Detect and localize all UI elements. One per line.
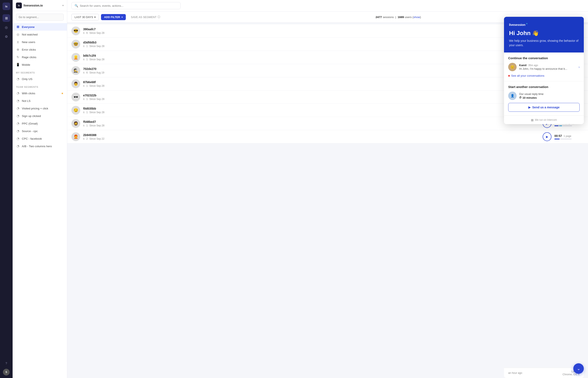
copy-icon: ⎘ [83,137,85,140]
play-button[interactable]: ▶ [543,132,551,141]
session-id: b0b7c2f4 [83,54,540,57]
sidebar-item-not-watched[interactable]: ◎ Not watched [13,31,67,38]
session-info: f0d035bb ⎘ 1 Since Sep 28 [83,107,540,114]
brand-chevron-icon[interactable]: ▾ [62,4,64,7]
sidebar-item-mobile[interactable]: 📱 Mobile [13,61,67,68]
conv-avatar: 😊 [508,63,517,71]
show-link[interactable]: show [414,15,420,19]
copies-count: 1 [86,124,88,127]
segment-search-input[interactable] [16,14,64,21]
not-ls-icon: ◔ [16,99,20,103]
cpc-facebook-icon: ◔ [16,137,20,140]
session-info: b0b7c2f4 ⎘ 1 Since Sep 28 [83,54,540,61]
session-avatar: 🕶️ [71,93,80,101]
sidebar-item-rage-clicks[interactable]: ↻ Rage clicks [13,53,67,61]
session-meta: ⎘ 6 Since Sep 28 [83,31,540,34]
since-date: Since Sep 28 [90,84,104,87]
sidebar-item-sign-up-clicked[interactable]: ◔ Sign up clicked [13,112,67,120]
session-avatar: 🕵️ [71,66,80,75]
since-date: Since Sep 22 [90,137,104,140]
ab-icon: ◔ [16,144,20,148]
only-us-icon: ◔ [16,77,20,81]
error-clicks-icon: ⊗ [16,48,20,52]
clock-icon: ⏱ [519,96,522,99]
star-icon: ★ [61,92,64,95]
send-message-button[interactable]: ▶ Send us a message [508,103,580,112]
help-icon[interactable]: ? [2,360,10,367]
session-meta: ⎘ 1 Since Sep 28 [83,111,540,114]
sidebar-item-everyone[interactable]: ⊞ Everyone [13,23,67,31]
search-icon: 🔍 [75,4,78,7]
since-date: Since Sep 28 [90,58,104,61]
save-segment-button[interactable]: SAVE AS SEGMENT ⓘ [128,14,163,20]
topbar: 🔍 [67,0,588,12]
sidebar-item-visited-pricing[interactable]: ◔ Visited pricing + click [13,105,67,112]
session-row[interactable]: 🧑‍🦰 2b949388 ⎘ 2 Since Sep 22 ▶ 00:57 1 … [67,130,588,143]
sidebar: ls livesession.io ▾ ⊞ Everyone ◎ Not wat… [13,0,67,378]
team-segments-label: TEAM SEGMENTS [13,83,67,89]
session-id: 390aafc7 [83,27,540,31]
sign-up-icon: ◔ [16,114,20,118]
notification-bar: an hour ago Lahore Chrome, OS X [504,368,584,378]
date-range-button[interactable]: LAST 30 DAYS ▾ [71,14,99,20]
plus-icon: + [121,15,123,19]
reply-info: 👤 Our usual reply time ⏱ 10 minutes [508,92,580,100]
ppc-gmail-icon: ◔ [16,122,20,125]
continue-title: Continue the conversation [508,56,580,60]
progress-bar [554,125,584,126]
copies-count: 1 [86,45,88,48]
session-avatar: 😎 [71,27,80,35]
reply-time: ⏱ 10 minutes [519,96,544,99]
see-conversations-link[interactable]: See all your conversations [508,74,580,77]
since-date: Since Sep 28 [90,124,104,127]
sidebar-item-ab-two-columns[interactable]: ◔ A/B - Two columns hero [13,142,67,150]
notification-time: an hour ago [508,371,522,374]
app-logo[interactable]: ls [2,2,10,10]
intercom-label: We run on Intercom [535,119,557,122]
copies-count: 1 [86,84,88,87]
start-conversation-section: Start another conversation 👤 Our usual r… [504,81,584,116]
chat-footer: ▦ We run on Intercom [504,116,584,124]
sidebar-item-with-clicks[interactable]: ◔ With clicks ★ [13,89,67,97]
sidebar-item-ppc-gmail[interactable]: ◔ PPC (Gmail) [13,120,67,127]
nav-playback-icon[interactable]: ◎ [2,24,10,31]
conversation-item[interactable]: 😊 Kamil 35m ago Hi John, I'm happy to an… [508,63,580,71]
sidebar-item-error-clicks[interactable]: ⊗ Error clicks [13,46,67,53]
add-filter-button[interactable]: ADD FILTER + [101,14,126,20]
session-avatar: 👨 [71,79,80,88]
continue-conversation-section: Continue the conversation 😊 Kamil 35m ag… [504,53,584,81]
sidebar-item-cpc-facebook[interactable]: ◔ CPC - facebook [13,135,67,142]
search-box[interactable]: 🔍 [71,2,181,9]
chat-subtitle: We help your business grow, showing the … [509,39,579,47]
session-info: f548bed7 ⎘ 1 Since Sep 28 [83,120,540,127]
chat-notification-button[interactable]: ⌄ [573,363,584,374]
session-stats: 00:57 1 page [554,134,584,139]
see-conversations-text: See all your conversations [511,74,544,77]
brand-name: livesession.io [24,4,61,7]
session-pages: 1 page [564,135,571,137]
session-avatar: 🧑‍🦰 [71,132,80,141]
session-id: f548bed7 [83,120,540,123]
nav-sessions-icon[interactable]: ⊞ [2,14,10,22]
brand-icon: ls [16,2,22,8]
send-icon: ▶ [528,106,531,109]
session-info: e702322b ⎘ 1 Since Sep 28 [83,94,540,101]
nav-settings-icon[interactable]: ⚙ [2,33,10,40]
progress-bar [554,139,584,139]
conv-name: Kamil [519,64,526,67]
conv-chevron-icon: › [578,65,580,69]
sidebar-item-only-us[interactable]: ◔ Only US [13,75,67,83]
search-input[interactable] [80,4,177,7]
user-avatar-bottom[interactable]: S [3,369,10,376]
new-users-icon: ⧖ [16,40,20,44]
copy-icon: ⎘ [83,98,85,100]
copy-icon: ⎘ [83,58,85,61]
sidebar-item-new-users[interactable]: ⧖ New users [13,38,67,46]
sidebar-item-not-ls[interactable]: ◔ Not LS [13,97,67,105]
session-info: 702de270 ⎘ 6 Since Aug 19 [83,67,540,74]
session-meta: ⎘ 6 Since Aug 19 [83,71,540,74]
sidebar-item-source-cpc[interactable]: ◔ Source - cpc [13,127,67,135]
greeting: Hi John 👋 [509,30,579,37]
chat-body: Continue the conversation 😊 Kamil 35m ag… [504,53,584,124]
session-id: f0d035bb [83,107,540,110]
